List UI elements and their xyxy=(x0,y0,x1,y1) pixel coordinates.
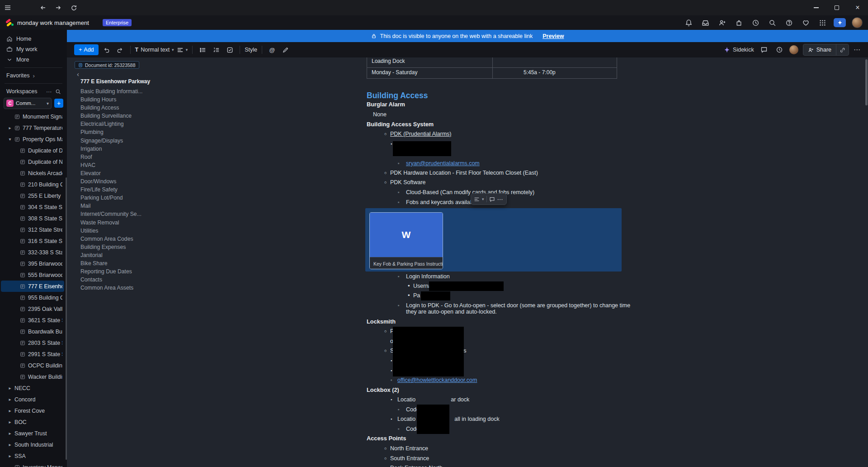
chevron-right-icon[interactable]: ▸ xyxy=(7,397,13,402)
toc-item[interactable]: Elevator xyxy=(80,169,155,177)
toc-item[interactable]: Reporting Due Dates xyxy=(80,267,155,276)
sidebar-item-board[interactable]: 304 S State Stre... xyxy=(1,201,64,213)
sidekick-button[interactable]: Sidekick xyxy=(724,47,754,53)
toc-item[interactable]: Common Area Assets xyxy=(80,284,155,292)
align-left-icon[interactable] xyxy=(474,196,480,202)
text-style-dropdown[interactable]: T Normal text ▾ xyxy=(135,47,174,53)
toc-item[interactable]: Fire/Life Safety xyxy=(80,186,155,194)
product-switcher-grid-icon[interactable] xyxy=(817,17,828,28)
invite-members-icon[interactable] xyxy=(717,17,727,28)
add-block-button[interactable]: + Add xyxy=(74,44,99,55)
sidebar-item-board[interactable]: 955 Building Op... xyxy=(1,292,64,303)
sidebar-item-board[interactable]: OCPC Building ... xyxy=(1,360,64,371)
sidebar-item-board[interactable]: 555 Briarwood C... xyxy=(1,269,64,281)
sidebar-item-board[interactable]: Duplicate of Du... xyxy=(1,145,64,156)
toc-item[interactable]: Bike Share xyxy=(80,259,155,267)
collapse-outline-icon[interactable]: ‹ xyxy=(77,70,79,78)
sidebar-item-board[interactable]: ▸Forest Cove xyxy=(1,405,64,416)
sidebar-item-board[interactable]: Nickels Arcade ... xyxy=(1,167,64,179)
activity-icon[interactable] xyxy=(774,44,785,55)
toc-item[interactable]: Common Area Codes xyxy=(80,235,155,243)
sidebar-item-board[interactable]: ▸NECC xyxy=(1,382,64,394)
maximize-button[interactable] xyxy=(826,0,847,15)
toc-item[interactable]: HVAC xyxy=(80,161,155,169)
sidebar-item-board[interactable]: ▸777 Temperature Lo... xyxy=(1,122,64,133)
doc-link[interactable]: office@howlettlockanddoor.com xyxy=(397,377,477,383)
sidebar-item-board[interactable]: ▸South Industrial xyxy=(1,439,64,450)
chevron-right-icon[interactable]: ▸ xyxy=(7,125,13,130)
close-button[interactable]: × xyxy=(847,0,868,15)
sidebar-item-board[interactable]: ▸Sawyer Trust xyxy=(1,428,64,439)
more-options-icon[interactable]: ⋯ xyxy=(854,46,861,54)
magic-write-icon[interactable] xyxy=(280,44,291,55)
toc-item[interactable]: Electrical/Lighting xyxy=(80,120,155,128)
back-button[interactable] xyxy=(35,0,51,15)
workspace-selector[interactable]: C Comm... ▾ xyxy=(4,98,52,109)
chevron-right-icon[interactable]: ▸ xyxy=(7,453,13,458)
comments-icon[interactable] xyxy=(759,44,769,55)
share-button[interactable]: Share xyxy=(803,44,836,55)
apps-marketplace-icon[interactable] xyxy=(733,17,744,28)
redo-icon[interactable] xyxy=(115,44,126,55)
workspaces-more-icon[interactable]: ⋯ xyxy=(44,87,53,95)
toc-item[interactable]: Building Hours xyxy=(80,95,155,104)
doc-outline-title[interactable]: 777 E Eisenhower Parkway xyxy=(80,78,155,85)
chevron-right-icon[interactable]: ▸ xyxy=(7,442,13,447)
undo-icon[interactable] xyxy=(101,44,112,55)
toc-item[interactable]: Building Surveillance xyxy=(80,112,155,120)
collaborator-avatar[interactable] xyxy=(789,45,798,54)
sidebar-item-board[interactable]: 332-338 S State... xyxy=(1,247,64,258)
hamburger-menu-icon[interactable] xyxy=(0,0,15,15)
copy-link-icon[interactable] xyxy=(836,44,849,55)
sidebar-item-board[interactable]: Inventory Managem... xyxy=(1,462,64,467)
chevron-down-icon[interactable]: ▾ xyxy=(7,137,13,142)
toc-item[interactable]: Signage/Displays xyxy=(80,137,155,145)
attachment-card[interactable]: W Key Fob & Parking Pass Instruction ... xyxy=(369,212,443,269)
sidebar-item-board[interactable]: ▾Property Ops Manu... xyxy=(1,133,64,145)
toc-item[interactable]: Building Access xyxy=(80,104,155,112)
monday-logo-icon[interactable] xyxy=(5,19,14,26)
chevron-right-icon[interactable]: ▸ xyxy=(7,431,13,436)
reload-button[interactable] xyxy=(66,0,81,15)
user-avatar[interactable] xyxy=(852,17,863,28)
toc-item[interactable]: Door/Windows xyxy=(80,177,155,186)
sidebar-item-board[interactable]: 308 S State Stre... xyxy=(1,213,64,224)
comment-icon[interactable] xyxy=(489,196,495,202)
toc-item[interactable]: Parking Lot/Pond xyxy=(80,194,155,202)
sidebar-item-home[interactable]: Home xyxy=(0,33,67,44)
assistant-button[interactable] xyxy=(834,18,846,27)
checklist-icon[interactable] xyxy=(224,44,235,55)
sidebar-item-board[interactable]: 3621 S State Str... xyxy=(1,315,64,326)
sidebar-item-board[interactable]: Wacker Building... xyxy=(1,371,64,382)
notifications-bell-icon[interactable] xyxy=(683,17,694,28)
chevron-right-icon[interactable]: ▸ xyxy=(7,408,13,413)
toc-item[interactable]: Building Expenses xyxy=(80,243,155,251)
forward-button[interactable] xyxy=(51,0,66,15)
sidebar-item-board[interactable]: ▸SSA xyxy=(1,450,64,462)
sidebar-item-my-work[interactable]: My work xyxy=(0,44,67,54)
inbox-tray-icon[interactable] xyxy=(700,17,711,28)
minimize-button[interactable] xyxy=(806,0,826,15)
toc-item[interactable]: Utilities xyxy=(80,227,155,235)
help-icon[interactable] xyxy=(783,17,794,28)
more-options-icon[interactable]: ⋯ xyxy=(497,196,504,203)
numbered-list-icon[interactable] xyxy=(211,44,222,55)
banner-preview-link[interactable]: Preview xyxy=(542,33,564,39)
chevron-right-icon[interactable]: ▸ xyxy=(7,419,13,424)
activity-history-icon[interactable] xyxy=(750,17,761,28)
toc-item[interactable]: Plumbing xyxy=(80,128,155,136)
align-dropdown[interactable]: ▾ xyxy=(177,47,188,53)
sidebar-item-board[interactable]: ▸BOC xyxy=(1,416,64,428)
sidebar-item-more[interactable]: More xyxy=(0,54,67,65)
toc-item[interactable]: Basic Building Informati... xyxy=(80,87,155,95)
toc-item[interactable]: Mail xyxy=(80,202,155,210)
sidebar-item-board[interactable]: 2395 Oak Valley ... xyxy=(1,303,64,315)
toc-item[interactable]: Roof xyxy=(80,153,155,161)
sidebar-item-board[interactable]: 316 S State Stre... xyxy=(1,235,64,247)
toc-item[interactable]: Janitorial xyxy=(80,251,155,259)
sidebar-scrollbar[interactable] xyxy=(66,177,67,460)
whats-new-heart-icon[interactable] xyxy=(800,17,811,28)
chevron-right-icon[interactable]: ▸ xyxy=(7,386,13,391)
sidebar-item-board[interactable]: Boardwalk Buildi... xyxy=(1,326,64,337)
toc-item[interactable]: Internet/Community Se... xyxy=(80,210,155,218)
